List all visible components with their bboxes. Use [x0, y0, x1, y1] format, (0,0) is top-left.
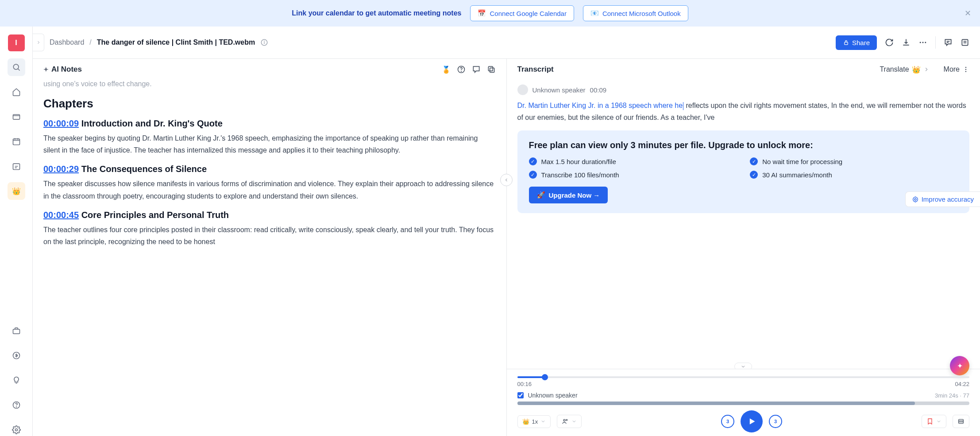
improve-accuracy-button[interactable]: Improve accuracy: [905, 191, 980, 207]
svg-point-0: [13, 64, 19, 69]
chapter-timestamp[interactable]: 00:00:45: [43, 210, 79, 220]
more-button[interactable]: More: [944, 65, 969, 73]
transcript-segment[interactable]: Dr. Martin Luther King Jr. in a 1968 spe…: [517, 99, 970, 123]
rocket-icon: 🚀: [537, 191, 545, 199]
svg-rect-17: [845, 42, 848, 45]
share-button[interactable]: Share: [836, 35, 877, 50]
search-icon[interactable]: [8, 58, 25, 76]
download-icon[interactable]: [902, 38, 911, 47]
idea-icon[interactable]: [8, 371, 25, 389]
calendar-icon[interactable]: [8, 133, 25, 150]
svg-rect-40: [959, 419, 964, 423]
svg-rect-28: [490, 68, 494, 73]
comment-icon[interactable]: [944, 38, 953, 47]
chapter-timestamp[interactable]: 00:00:29: [43, 164, 79, 174]
speaker-filter-button[interactable]: [557, 415, 582, 428]
svg-marker-39: [750, 418, 755, 424]
connect-google-button[interactable]: 📅 Connect Google Calendar: [470, 5, 574, 21]
svg-point-20: [925, 42, 926, 43]
refresh-icon[interactable]: [885, 38, 894, 47]
breadcrumb-title: The danger of silence | Clint Smith | TE…: [97, 38, 255, 46]
home-icon[interactable]: [8, 83, 25, 101]
user-avatar[interactable]: I: [8, 34, 25, 51]
prev-summary-line: using one's voice to effect change.: [43, 80, 496, 88]
svg-rect-8: [13, 329, 19, 334]
share-label: Share: [852, 39, 870, 46]
play-button[interactable]: [741, 410, 763, 432]
player-speaker-label[interactable]: Unknown speaker: [528, 392, 578, 399]
close-banner-button[interactable]: ✕: [965, 8, 971, 18]
speaker-activity-bar: [517, 402, 970, 405]
crown-icon[interactable]: 👑: [8, 182, 25, 200]
speaker-avatar: [517, 84, 528, 95]
check-icon: ✓: [750, 157, 758, 165]
svg-point-16: [264, 41, 265, 42]
skip-forward-button[interactable]: 3: [769, 415, 782, 428]
schedule-icon[interactable]: [8, 157, 25, 175]
translate-label: Translate: [880, 65, 909, 73]
topbar: Dashboard / The danger of silence | Clin…: [33, 27, 980, 59]
upgrade-feature: 30 AI summaries/month: [762, 171, 832, 179]
breadcrumb-root[interactable]: Dashboard: [50, 38, 84, 46]
copy-icon[interactable]: [487, 65, 496, 74]
chapter-title-text: Introduction and Dr. King's Quote: [81, 119, 223, 128]
current-time: 00:16: [517, 381, 532, 387]
svg-point-33: [914, 199, 916, 200]
chapter-body: The teacher outlines four core principle…: [43, 224, 496, 248]
help-circle-icon[interactable]: [457, 65, 466, 74]
connect-outlook-button[interactable]: 📧 Connect Microsoft Outlook: [583, 5, 688, 21]
expand-sidebar-button[interactable]: [33, 34, 44, 51]
svg-point-32: [965, 71, 966, 72]
notes-panel-icon[interactable]: [961, 38, 969, 47]
ai-assist-fab[interactable]: ✦: [950, 356, 969, 375]
svg-rect-2: [13, 115, 19, 119]
chat-icon[interactable]: [472, 65, 481, 74]
layout-button[interactable]: [953, 415, 969, 428]
chapter-body: The speaker discusses how silence manife…: [43, 178, 496, 202]
svg-line-1: [18, 69, 19, 71]
chapter-timestamp[interactable]: 00:00:09: [43, 119, 79, 128]
upgrade-card: Free plan can view only 3 minutes per fi…: [517, 130, 970, 213]
info-icon[interactable]: [260, 38, 268, 46]
bookmark-button[interactable]: [922, 415, 946, 428]
speaker-timestamp[interactable]: 00:09: [590, 86, 607, 94]
svg-point-38: [566, 419, 567, 421]
check-icon: ✓: [529, 171, 537, 179]
folder-icon[interactable]: [8, 108, 25, 126]
svg-point-18: [920, 42, 921, 43]
more-label: More: [944, 65, 960, 73]
settings-icon[interactable]: [8, 421, 25, 436]
outlook-label: Connect Microsoft Outlook: [602, 10, 681, 17]
timeline-track[interactable]: [517, 376, 970, 378]
svg-point-30: [965, 67, 966, 68]
speaker-name[interactable]: Unknown speaker: [532, 86, 586, 94]
upgrade-button[interactable]: 🚀 Upgrade Now →: [529, 187, 608, 203]
calendar-banner: Link your calendar to get automatic meet…: [0, 0, 980, 27]
chapter-body: The speaker begins by quoting Dr. Martin…: [43, 132, 496, 156]
skip-back-button[interactable]: 3: [721, 415, 734, 428]
upgrade-title: Free plan can view only 3 minutes per fi…: [529, 140, 958, 150]
transcript-title: Transcript: [517, 65, 554, 74]
translate-button[interactable]: Translate 👑: [880, 65, 929, 74]
crown-icon: 👑: [522, 418, 529, 425]
award-icon[interactable]: 🏅: [442, 65, 451, 74]
playhead[interactable]: [542, 374, 548, 380]
more-icon[interactable]: [918, 38, 927, 47]
svg-rect-3: [13, 139, 19, 145]
text-cursor: [683, 102, 683, 110]
speaker-checkbox[interactable]: [517, 392, 524, 398]
speed-button[interactable]: 👑 1x: [517, 415, 551, 428]
svg-point-12: [16, 407, 16, 407]
notes-title: AI Notes: [43, 65, 82, 74]
transcript-pane: Transcript Translate 👑 More: [507, 59, 980, 436]
outlook-icon: 📧: [590, 9, 599, 17]
pane-collapse-button[interactable]: [500, 174, 513, 186]
collapse-upgrade-button[interactable]: [734, 363, 752, 369]
breadcrumb-sep: /: [89, 38, 91, 46]
banner-text: Link your calendar to get automatic meet…: [292, 9, 461, 17]
help-icon[interactable]: [8, 396, 25, 414]
speed-label: 1x: [532, 418, 538, 425]
upgrade-button-label: Upgrade Now →: [549, 191, 600, 199]
billing-icon[interactable]: [8, 347, 25, 364]
briefcase-icon[interactable]: [8, 322, 25, 340]
